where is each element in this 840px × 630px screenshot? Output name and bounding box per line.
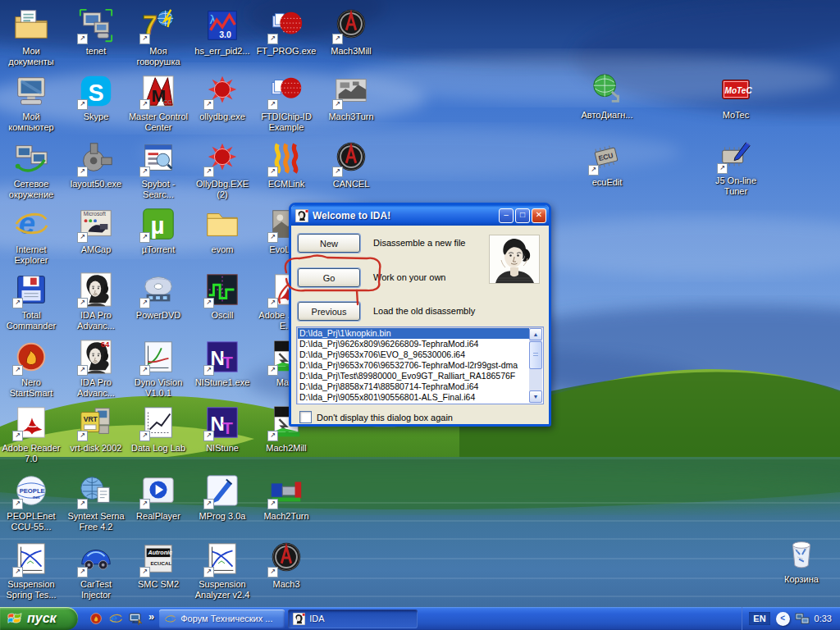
language-indicator[interactable]: EN [749, 612, 769, 625]
nistune-icon: NT↗ [203, 338, 241, 376]
desktop-icon-utorrent[interactable]: µ↗µTorrent [127, 205, 189, 255]
desktop-icon-nero-startsmart[interactable]: ↗Nero StartSmart [0, 338, 62, 399]
desktop-icon-mach3[interactable]: ↗Mach3 [255, 540, 317, 590]
shortcut-arrow-badge: ↗ [267, 567, 278, 578]
desktop-icon-label: Mach3Turn [320, 112, 382, 122]
file-list-item[interactable]: D:\Ida_Prj\8858x714\88580714-TephraMod.i… [298, 381, 529, 392]
ida-portrait-image [489, 235, 540, 284]
desktop-icon-mach3turn[interactable]: ↗Mach3Turn [320, 72, 382, 122]
desktop-icon-layout50[interactable]: ↗layout50.exe [65, 139, 127, 189]
desktop-icon-ollydbg[interactable]: ↗ollydbg.exe [191, 72, 253, 122]
dont-display-row: Don't display this dialog box again [299, 411, 453, 423]
taskbar-task-browser[interactable]: eФорум Технических ... [159, 609, 285, 628]
desktop-icon-ecuedit[interactable]: ECU↗ecuEdit [576, 138, 638, 188]
nero-icon[interactable] [89, 611, 103, 626]
file-list-item[interactable]: D:\Ida_Prj\9653x706\EVO_8_96530006.i64 [298, 349, 529, 360]
desktop-icon-hs-err-pid2[interactable]: λ3.0hs_err_pid2... [191, 7, 253, 57]
show-desktop-icon[interactable] [128, 611, 143, 626]
desktop-icon-label: µTorrent [127, 244, 189, 255]
desktop-icon-ft-prog[interactable]: ↗FT_PROG.exe [255, 7, 317, 57]
desktop-icon-autodiag[interactable]: АвтоДиагн... [576, 71, 638, 121]
file-list-item[interactable]: D:\Ida_Prj\9653x706\96532706-TephraMod-l… [298, 360, 529, 371]
desktop-icon-oscill[interactable]: ↗Oscill [191, 271, 253, 321]
maximize-button[interactable]: □ [515, 208, 530, 223]
desktop-icon-smc-sm2[interactable]: AutronicECUCAL↗SMC SM2 [127, 540, 189, 590]
desktop-icon-nistune[interactable]: NT↗NIStune [191, 404, 253, 454]
desktop-icon-cartest-injector[interactable]: ↗CarTest Injector [65, 540, 127, 600]
close-button[interactable]: ✕ [532, 208, 546, 223]
scroll-up-button[interactable]: ▲ [529, 328, 542, 340]
desktop-icon-total-commander[interactable]: ↗Total Commander [0, 271, 62, 331]
hide-tray-icons-button[interactable]: < [776, 612, 790, 626]
shortcut-arrow-badge: ↗ [77, 431, 88, 441]
taskbar: пуск e » eФорум Технических ...IDA EN < … [0, 607, 840, 630]
network-tray-icon[interactable] [795, 612, 810, 625]
desktop-icon-my-documents[interactable]: Мои документы [0, 7, 62, 67]
dont-display-checkbox[interactable] [299, 411, 312, 423]
desktop-icon-mach2turn[interactable]: ↗Mach2Turn [255, 472, 317, 522]
desktop-icon-internet-explorer[interactable]: eInternet Explorer [0, 205, 62, 266]
desktop-icon-dyno-vision[interactable]: ↗Dyno Vision V1.0.1 [127, 338, 189, 399]
task-label: IDA [309, 614, 324, 623]
dialog-titlebar[interactable]: Welcome to IDA! – □ ✕ [291, 205, 549, 226]
file-list-item[interactable]: D:\Ida_Prj\9055x801\90556801-ALS_Final.i… [298, 392, 529, 403]
desktop-icon-cancel[interactable]: ↗CANCEL [320, 139, 382, 189]
desktop-icon-label: tenet [65, 46, 127, 57]
desktop-icon-my-computer[interactable]: Мой компьютер [0, 72, 62, 133]
shortcut-arrow-badge: ↗ [332, 167, 343, 177]
desktop-icon-vrt-disk-2002[interactable]: VRT↗vrt-disk 2002 [65, 404, 127, 454]
desktop-icon-ida-pro-1[interactable]: ↗IDA Pro Advanc... [65, 271, 127, 331]
svg-text:CC: CC [163, 98, 173, 106]
desktop-icon-mprog[interactable]: ↗MProg 3.0a [191, 472, 253, 522]
dialog-body: New Go Previous Disassemble a new file W… [291, 226, 549, 424]
desktop-icon-nistune1[interactable]: NT↗NIStune1.exe [191, 338, 253, 388]
desktop-icon-mach3mill[interactable]: ↗Mach3Mill [320, 7, 382, 57]
desktop-icon-spybot[interactable]: ↗Spybot - Searc... [127, 139, 189, 200]
desktop-icon-j5-online-tuner[interactable]: ↗J5 On-line Tuner [705, 136, 767, 197]
desktop-icon-label: IDA Pro Advanc... [65, 310, 127, 331]
desktop-icon-motec[interactable]: MoTeCMoTec [705, 71, 767, 121]
desktop-icon-realplayer[interactable]: ↗RealPlayer [127, 472, 189, 522]
desktop-icon-syntext-serna[interactable]: ↗Syntext Serna Free 4.2 [65, 472, 127, 532]
desktop-icon-powerdvd[interactable]: ↗PowerDVD [127, 271, 189, 321]
file-list-item[interactable]: D:\Ida_Prj\1\knopkin.bin [298, 328, 529, 339]
start-button[interactable]: пуск [0, 607, 78, 630]
taskbar-task-ida[interactable]: IDA [288, 609, 418, 628]
desktop-icon-master-control-center[interactable]: MCC↗Master Control Center [127, 72, 189, 133]
desktop-icon-suspension-spring[interactable]: ↗Suspension Spring Tes... [0, 540, 62, 600]
desktop-icon-moya-govorushka[interactable]: 7↗Моя говорушка [127, 7, 189, 67]
desktop-icon-network-places[interactable]: Сетевое окружение [0, 139, 62, 200]
go-button[interactable]: Go [298, 268, 360, 287]
desktop-icon-evom[interactable]: evom [191, 205, 253, 255]
go-description: Work on your own [373, 272, 445, 282]
desktop-icon-recycle-bin[interactable]: Корзина [770, 535, 833, 585]
desktop-icon-tenet[interactable]: ↗tenet [65, 7, 127, 57]
desktop-icon-amcap[interactable]: Microsoft↗AMCap [65, 205, 127, 255]
ie-icon[interactable]: e [108, 611, 123, 626]
desktop-icon-label: Mach3 [255, 579, 317, 590]
svg-text:e: e [19, 207, 35, 240]
desktop-icon-ida-pro-2[interactable]: 64↗IDA Pro Advanc... [65, 338, 127, 399]
new-button[interactable]: New [298, 234, 360, 253]
desktop-icon-ecmlink[interactable]: ↗ECMLink [255, 139, 317, 189]
file-list-item[interactable]: D:\Ida_Prj\Test\89980000_Evo9GT_Ralliart… [298, 371, 529, 381]
file-list-item[interactable]: D:\Ida_Prj\9626x809\96266809-TephraMod.i… [298, 339, 529, 349]
desktop-icon-adobe-reader-7[interactable]: ↗Adobe Reader 7.0 [0, 404, 62, 464]
desktop-icon-ollydbg-2[interactable]: ↗OllyDbg.EXE (2) [191, 139, 253, 200]
scrollbar[interactable]: ▲ ▼ [529, 328, 542, 403]
desktop-icon-label: J5 On-line Tuner [705, 176, 767, 197]
scroll-down-button[interactable]: ▼ [529, 390, 542, 403]
desktop-icon-data-log-lab[interactable]: ↗Data Log Lab [127, 404, 189, 454]
desktop-icon-suspension-analyzer[interactable]: ↗Suspension Analyzer v2.4 [191, 540, 253, 600]
previous-button[interactable]: Previous [298, 302, 360, 321]
quick-launch-overflow-chevron[interactable]: » [148, 610, 154, 623]
scroll-thumb[interactable] [529, 341, 542, 369]
shortcut-arrow-badge: ↗ [139, 99, 150, 110]
minimize-button[interactable]: – [499, 208, 514, 223]
shortcut-arrow-badge: ↗ [12, 298, 23, 308]
desktop-icon-peoplenet[interactable]: PEOPLEnet↗PEOPLEnet CCU-55... [0, 472, 62, 532]
desktop-icon-skype[interactable]: S↗Skype [65, 72, 127, 122]
nero-icon: ↗ [12, 338, 50, 376]
desktop-icon-label: ECMLink [255, 179, 317, 189]
desktop-icon-ftdichip-id-example[interactable]: ↗FTDIChip-ID Example [255, 72, 317, 133]
